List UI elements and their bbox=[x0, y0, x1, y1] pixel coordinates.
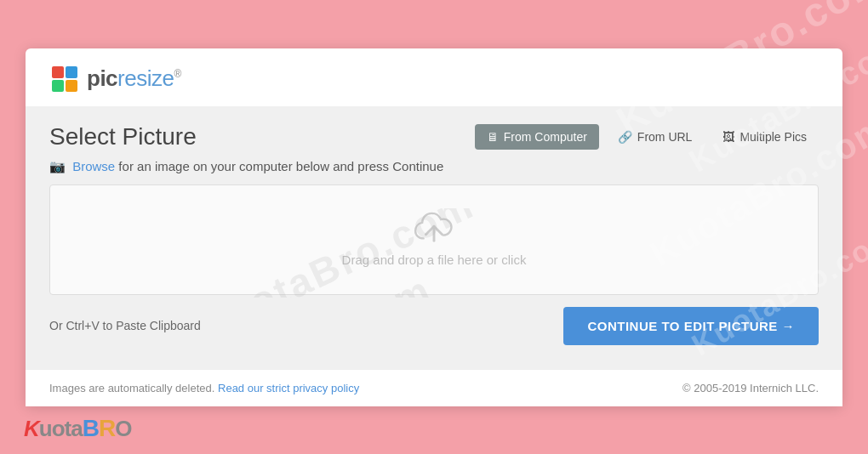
privacy-link[interactable]: Read our strict privacy policy bbox=[218, 382, 359, 394]
kb-k: K bbox=[24, 416, 39, 442]
from-computer-button[interactable]: 🖥 From Computer bbox=[475, 124, 599, 150]
logo-text: picresize® bbox=[87, 65, 181, 92]
card-header: picresize® bbox=[26, 48, 842, 106]
kb-o2: O bbox=[115, 416, 131, 442]
logo-resize: resize bbox=[117, 65, 174, 91]
main-card: picresize® KuotaBro.com KuotaBro.com Kuo… bbox=[26, 48, 842, 406]
link-icon: 🔗 bbox=[618, 130, 632, 144]
footer-left: Images are automatically deleted. Read o… bbox=[49, 382, 359, 394]
kb-b: B bbox=[83, 415, 99, 442]
card-bottom: Or Ctrl+V to Paste Clipboard CONTINUE TO… bbox=[49, 307, 819, 349]
drop-zone[interactable]: Drag and drop a file here or click bbox=[49, 184, 819, 295]
paste-hint: Or Ctrl+V to Paste Clipboard bbox=[49, 319, 201, 332]
kb-a: a bbox=[71, 416, 82, 442]
photos-icon: 🖼 bbox=[722, 130, 734, 144]
kb-r: R bbox=[99, 415, 115, 442]
continue-button[interactable]: CONTINUE TO EDIT PICTURE → bbox=[563, 307, 819, 345]
drop-text: Drag and drop a file here or click bbox=[342, 253, 527, 267]
upload-icon bbox=[414, 212, 454, 246]
copyright: © 2005-2019 Internich LLC. bbox=[682, 382, 819, 394]
multiple-pics-button[interactable]: 🖼 Multiple Pics bbox=[711, 124, 819, 150]
card-body: KuotaBro.com KuotaBro.com KuotaBro.com S… bbox=[26, 106, 842, 369]
from-url-button[interactable]: 🔗 From URL bbox=[606, 124, 705, 150]
logo-registered: ® bbox=[174, 68, 180, 80]
camera-icon: 📷 bbox=[49, 159, 66, 173]
logo-pic: pic bbox=[87, 65, 117, 91]
page-title: Select Picture bbox=[49, 123, 197, 150]
browse-link[interactable]: Browse bbox=[72, 159, 115, 173]
browse-instruction: 📷 Browse for an image on your computer b… bbox=[49, 159, 819, 174]
computer-icon: 🖥 bbox=[487, 130, 499, 144]
kuotabro-logo: K u o t a B R O bbox=[24, 415, 131, 442]
logo: picresize® bbox=[49, 64, 819, 94]
select-header: Select Picture 🖥 From Computer 🔗 From UR… bbox=[49, 123, 819, 150]
source-buttons: 🖥 From Computer 🔗 From URL 🖼 Multiple Pi… bbox=[475, 124, 819, 150]
card-footer: Images are automatically deleted. Read o… bbox=[26, 369, 842, 406]
kb-t: t bbox=[65, 416, 71, 442]
logo-icon bbox=[49, 64, 80, 94]
kb-o: o bbox=[52, 416, 65, 442]
kb-u: u bbox=[39, 416, 52, 442]
